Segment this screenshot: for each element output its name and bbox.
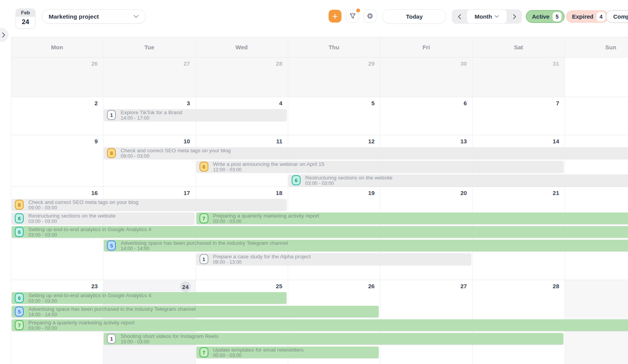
filter-pill-completed[interactable]: Compl	[606, 10, 628, 23]
prev-period-button[interactable]	[452, 9, 467, 24]
settings-button[interactable]: ⚙	[364, 10, 376, 23]
event-text: Check and correct SEO meta tags on your …	[121, 148, 231, 159]
date-label: 11	[269, 138, 282, 145]
weekday-header: Wed	[196, 37, 288, 57]
event-bar[interactable]: 6Setting up end-to-end analytics in Goog…	[12, 292, 287, 304]
filter-pill-completed-label: Compl	[613, 13, 628, 20]
event-time: 14:00 - 14:00	[28, 312, 196, 317]
grid-line-vertical	[11, 37, 11, 364]
event-time: 09:00 - 03:00	[121, 153, 231, 159]
event-badge: 6	[292, 175, 301, 185]
grid-line-horizontal	[11, 57, 628, 57]
filter-button[interactable]	[346, 10, 359, 23]
event-badge: 7	[199, 213, 208, 223]
filter-pill-expired[interactable]: Expired 4	[566, 10, 609, 23]
event-title: Advertising space has been purchased in …	[28, 307, 196, 312]
filter-pill-active-label: Active	[532, 13, 549, 20]
next-period-button[interactable]	[507, 9, 522, 24]
event-text: Restructuring sections on the website03:…	[28, 213, 115, 224]
date-label: 7	[546, 100, 559, 106]
event-bar[interactable]: 7Preparing a quarterly marketing activit…	[196, 212, 628, 224]
date-widget-day: 24	[16, 17, 35, 28]
grid-line-horizontal	[11, 280, 628, 280]
event-time: 03:00 - 03:00	[28, 326, 135, 331]
weekday-header: Thu	[288, 37, 380, 57]
date-label: 5	[361, 100, 374, 106]
date-label: 26	[84, 60, 98, 67]
event-title: Check and correct SEO meta tags on your …	[121, 148, 231, 153]
chevron-down-icon	[495, 15, 499, 18]
event-title: Shooting short videos for Instagram Reel…	[121, 334, 218, 339]
event-title: Advertising space has been purchased in …	[121, 240, 288, 246]
date-label: 30	[454, 60, 467, 67]
plus-icon: +	[332, 10, 338, 22]
event-badge: 8	[199, 162, 208, 172]
date-label: 23	[84, 283, 98, 289]
event-bar[interactable]: 7Update templates for email newsletters0…	[196, 347, 379, 358]
event-badge: 1	[199, 254, 208, 264]
chevron-down-icon	[133, 15, 139, 18]
date-label: 27	[454, 283, 467, 289]
event-bar[interactable]: 7Preparing a quarterly marketing activit…	[12, 319, 628, 331]
event-title: Restructuring sections on the website	[28, 213, 115, 219]
weekday-header: Sun	[565, 37, 628, 57]
event-bar[interactable]: 1Shooting short videos for Instagram Ree…	[104, 333, 563, 345]
grid-line-horizontal	[11, 186, 628, 187]
date-label: 21	[546, 190, 559, 196]
today-button[interactable]: Today	[382, 9, 446, 24]
view-navigation: Month	[452, 9, 522, 24]
toolbar: Feb 24 Marketing project + ⚙ Today Month	[0, 0, 628, 37]
event-badge: 1	[107, 110, 116, 120]
event-bar[interactable]: 5Advertising space has been purchased in…	[12, 306, 379, 317]
project-selector[interactable]: Marketing project	[42, 9, 146, 24]
event-title: Prepare a case study for the Alpha proje…	[213, 254, 311, 260]
view-selector[interactable]: Month	[467, 9, 507, 24]
event-text: Setting up end-to-end analytics in Googl…	[28, 226, 151, 238]
event-text: Setting up end-to-end analytics in Googl…	[28, 293, 151, 304]
grid-line-vertical	[380, 37, 380, 364]
event-badge: 1	[107, 334, 116, 344]
date-label: 6	[454, 100, 467, 106]
filter-pill-active-count: 5	[553, 12, 562, 21]
event-text: Check and correct SEO meta tags on your …	[28, 199, 138, 211]
event-text: Preparing a quarterly marketing activity…	[213, 213, 319, 224]
event-title: Setting up end-to-end analytics in Googl…	[28, 227, 151, 232]
event-badge: 6	[15, 293, 24, 303]
event-bar[interactable]: 5Advertising space has been purchased in…	[104, 240, 628, 251]
filter-pill-expired-count: 4	[597, 12, 605, 21]
date-label: 20	[454, 190, 467, 196]
event-bar[interactable]: 6Setting up end-to-end analytics in Goog…	[12, 226, 628, 238]
filter-notification-dot	[356, 9, 360, 12]
filter-funnel-icon	[350, 13, 356, 19]
date-label: 9	[84, 138, 98, 145]
event-bar[interactable]: 6Restructuring sections on the website03…	[289, 174, 628, 186]
event-bar[interactable]: 8Write a post announcing the webinar on …	[196, 161, 563, 172]
view-selector-label: Month	[475, 13, 492, 20]
event-bar[interactable]: 6Restructuring sections on the website03…	[12, 212, 194, 224]
date-label: 13	[454, 138, 467, 145]
event-text: Preparing a quarterly marketing activity…	[28, 320, 135, 331]
event-bar[interactable]: 8Check and correct SEO meta tags on your…	[104, 147, 628, 159]
event-text: Update templates for email newsletters00…	[213, 347, 304, 358]
event-title: Write a post announcing the webinar on A…	[213, 162, 324, 167]
event-title: Preparing a quarterly marketing activity…	[28, 320, 135, 326]
weekday-header: Tue	[103, 37, 195, 57]
event-bar[interactable]: 1Explore TikTok for a Brand14:00 - 17:00	[104, 109, 287, 121]
event-badge: 5	[15, 307, 24, 317]
day-cell[interactable]	[565, 97, 628, 135]
grid-line-horizontal	[11, 135, 628, 135]
event-title: Preparing a quarterly marketing activity…	[213, 213, 319, 219]
event-text: Advertising space has been purchased in …	[28, 306, 196, 317]
weekday-header: Sat	[472, 37, 565, 57]
event-bar[interactable]: 8Check and correct SEO meta tags on your…	[12, 199, 287, 211]
filter-pill-active[interactable]: Active 5	[526, 10, 565, 23]
event-text: Prepare a case study for the Alpha proje…	[213, 254, 311, 265]
filter-pill-expired-label: Expired	[572, 13, 593, 20]
event-title: Update templates for email newsletters	[213, 347, 304, 353]
event-time: 14:00 - 14:00	[121, 246, 288, 251]
date-label: 17	[177, 190, 190, 196]
day-cell[interactable]	[565, 57, 628, 97]
add-event-button[interactable]: +	[329, 10, 341, 23]
event-time: 03:00 - 03:00	[305, 181, 392, 186]
event-bar[interactable]: 1Prepare a case study for the Alpha proj…	[196, 253, 471, 265]
